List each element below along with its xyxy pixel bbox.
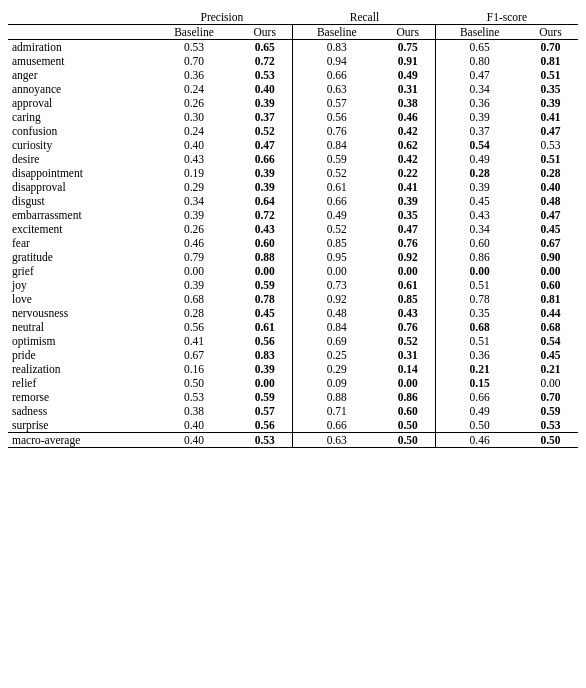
precision-baseline: 0.19: [151, 166, 237, 180]
macro-average-label: macro-average: [8, 433, 151, 448]
f1-ours: 0.00: [523, 376, 578, 390]
emotion-label: love: [8, 292, 151, 306]
recall-baseline: 0.61: [293, 180, 380, 194]
table-row: relief0.500.000.090.000.150.00: [8, 376, 578, 390]
f1-ours: 0.53: [523, 418, 578, 433]
precision-baseline: 0.28: [151, 306, 237, 320]
recall-baseline: 0.56: [293, 110, 380, 124]
recall-baseline: 0.69: [293, 334, 380, 348]
emotion-label: sadness: [8, 404, 151, 418]
table-row: fear0.460.600.850.760.600.67: [8, 236, 578, 250]
recall-ours: 0.31: [380, 82, 436, 96]
recall-ours: 0.52: [380, 334, 436, 348]
table-row: excitement0.260.430.520.470.340.45: [8, 222, 578, 236]
recall-ours: 0.60: [380, 404, 436, 418]
recall-ours: 0.76: [380, 320, 436, 334]
emotion-label: admiration: [8, 40, 151, 55]
f1-ours: 0.40: [523, 180, 578, 194]
f1-ours: 0.45: [523, 348, 578, 362]
emotion-label: surprise: [8, 418, 151, 433]
f1-ours: 0.54: [523, 334, 578, 348]
precision-ours: 0.52: [237, 124, 293, 138]
precision-ours: 0.56: [237, 418, 293, 433]
f1-baseline: 0.66: [436, 390, 523, 404]
recall-ours: 0.38: [380, 96, 436, 110]
f1-ours: 0.90: [523, 250, 578, 264]
precision-baseline: 0.39: [151, 208, 237, 222]
recall-baseline: 0.84: [293, 138, 380, 152]
macro-average-value: 0.63: [293, 433, 380, 448]
recall-baseline: 0.94: [293, 54, 380, 68]
recall-ours: 0.50: [380, 418, 436, 433]
precision-baseline: 0.39: [151, 278, 237, 292]
recall-baseline: 0.92: [293, 292, 380, 306]
recall-ours: 0.76: [380, 236, 436, 250]
recall-ours: 0.14: [380, 362, 436, 376]
precision-baseline: 0.30: [151, 110, 237, 124]
recall-ours: 0.61: [380, 278, 436, 292]
recall-baseline: 0.83: [293, 40, 380, 55]
table-row: grief0.000.000.000.000.000.00: [8, 264, 578, 278]
emotion-label: curiosity: [8, 138, 151, 152]
f1-ours: 0.21: [523, 362, 578, 376]
precision-baseline: 0.50: [151, 376, 237, 390]
f1-ours: 0.70: [523, 390, 578, 404]
f1-ours: 0.81: [523, 292, 578, 306]
precision-ours: 0.72: [237, 54, 293, 68]
table-row: anger0.360.530.660.490.470.51: [8, 68, 578, 82]
precision-baseline: 0.16: [151, 362, 237, 376]
recall-ours: 0.41: [380, 180, 436, 194]
emotion-label: grief: [8, 264, 151, 278]
table-row: approval0.260.390.570.380.360.39: [8, 96, 578, 110]
f1-ours: 0.51: [523, 152, 578, 166]
f1-baseline: 0.37: [436, 124, 523, 138]
precision-ours: 0.65: [237, 40, 293, 55]
recall-ours: 0.92: [380, 250, 436, 264]
precision-ours: 0.72: [237, 208, 293, 222]
emotion-label: joy: [8, 278, 151, 292]
precision-baseline: 0.56: [151, 320, 237, 334]
header-sub-row: Baseline Ours Baseline Ours Baseline Our…: [8, 25, 578, 40]
f1-baseline: 0.36: [436, 96, 523, 110]
precision-ours: 0.00: [237, 264, 293, 278]
recall-baseline: 0.57: [293, 96, 380, 110]
recall-ours: 0.85: [380, 292, 436, 306]
f1-baseline: 0.35: [436, 306, 523, 320]
table-row: embarrassment0.390.720.490.350.430.47: [8, 208, 578, 222]
precision-baseline: 0.53: [151, 40, 237, 55]
precision-ours: 0.66: [237, 152, 293, 166]
precision-baseline-header: Baseline: [151, 25, 237, 40]
f1-baseline: 0.49: [436, 404, 523, 418]
f1-baseline: 0.21: [436, 362, 523, 376]
recall-ours: 0.31: [380, 348, 436, 362]
table-row: surprise0.400.560.660.500.500.53: [8, 418, 578, 433]
macro-average-value: 0.40: [151, 433, 237, 448]
f1-ours-header: Ours: [523, 25, 578, 40]
table-row: admiration0.530.650.830.750.650.70: [8, 40, 578, 55]
precision-ours: 0.37: [237, 110, 293, 124]
f1-baseline: 0.45: [436, 194, 523, 208]
f1-baseline: 0.49: [436, 152, 523, 166]
recall-baseline: 0.09: [293, 376, 380, 390]
emotion-label: confusion: [8, 124, 151, 138]
f1-baseline: 0.80: [436, 54, 523, 68]
precision-baseline: 0.26: [151, 222, 237, 236]
recall-ours: 0.46: [380, 110, 436, 124]
precision-ours: 0.61: [237, 320, 293, 334]
f1-ours: 0.47: [523, 208, 578, 222]
table-row: realization0.160.390.290.140.210.21: [8, 362, 578, 376]
recall-ours: 0.39: [380, 194, 436, 208]
emotion-label: anger: [8, 68, 151, 82]
f1-ours: 0.28: [523, 166, 578, 180]
recall-ours: 0.00: [380, 376, 436, 390]
f1-baseline: 0.15: [436, 376, 523, 390]
f1-ours: 0.53: [523, 138, 578, 152]
precision-ours: 0.57: [237, 404, 293, 418]
table-row: curiosity0.400.470.840.620.540.53: [8, 138, 578, 152]
recall-ours-header: Ours: [380, 25, 436, 40]
f1-ours: 0.51: [523, 68, 578, 82]
recall-ours: 0.42: [380, 152, 436, 166]
recall-baseline: 0.66: [293, 68, 380, 82]
emotion-label: realization: [8, 362, 151, 376]
table-row: remorse0.530.590.880.860.660.70: [8, 390, 578, 404]
